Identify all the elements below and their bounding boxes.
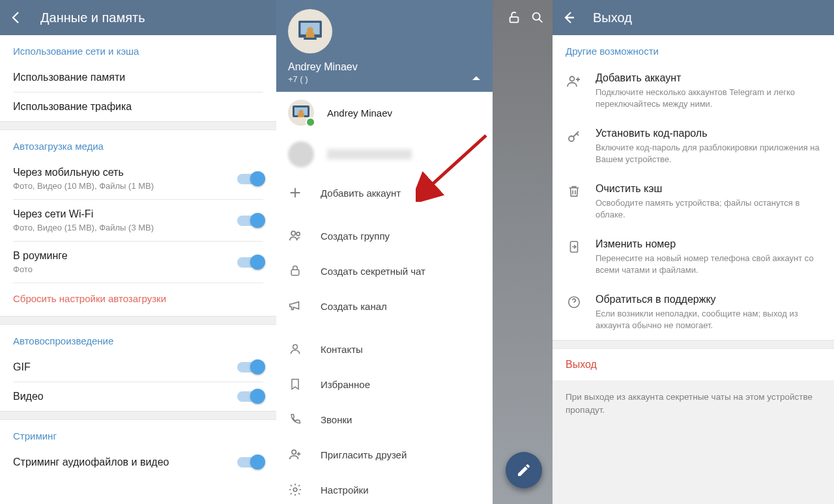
megaphone-icon	[288, 299, 302, 313]
menu-contacts[interactable]: Контакты	[276, 331, 493, 367]
person-plus-icon	[288, 447, 302, 462]
drawer-header[interactable]: Andrey Minaev +7 ( )	[276, 0, 493, 92]
lock-icon	[288, 264, 302, 278]
avatar[interactable]	[288, 9, 332, 53]
person-plus-icon	[566, 72, 582, 109]
menu-saved[interactable]: Избранное	[276, 367, 493, 402]
opt-passcode[interactable]: Установить код-парольВключите код-пароль…	[553, 119, 834, 174]
toggle-wifi[interactable]	[237, 216, 263, 226]
svg-point-18	[570, 77, 575, 81]
opt-clear-cache[interactable]: Очистить кэшОсвободите память устройства…	[553, 174, 834, 229]
section-streaming: Стриминг	[0, 420, 276, 448]
person-icon	[288, 342, 302, 356]
drawer-username: Andrey Minaev	[288, 61, 481, 73]
navigation-drawer: Andrey Minaev +7 ( ) Andrey Minaev Добав…	[276, 0, 493, 504]
avatar-icon	[288, 100, 314, 126]
svg-rect-4	[306, 33, 315, 38]
svg-rect-16	[510, 17, 519, 22]
opt-support[interactable]: Обратиться в поддержкуЕсли возникли непо…	[553, 285, 834, 340]
row-mobile-data[interactable]: Через мобильную сетьФото, Видео (10 MB),…	[0, 158, 276, 199]
gear-icon	[288, 483, 302, 497]
logout-button[interactable]: Выход	[553, 349, 834, 380]
toggle-roaming[interactable]	[237, 257, 263, 268]
reset-autodownload[interactable]: Сбросить настройки автозагрузки	[0, 283, 276, 316]
sim-swap-icon	[566, 238, 582, 275]
page-title: Данные и память	[40, 10, 145, 25]
menu-add-account[interactable]: Добавить аккаунт	[276, 175, 493, 210]
menu-calls[interactable]: Звонки	[276, 402, 493, 437]
screen-drawer: Andrey Minaev +7 ( ) Andrey Minaev Добав…	[276, 0, 553, 504]
avatar-icon	[288, 141, 314, 167]
page-title: Выход	[593, 10, 632, 25]
svg-rect-2	[304, 38, 317, 40]
section-other-options: Другие возможности	[553, 35, 834, 63]
row-streaming[interactable]: Стриминг аудиофайлов и видео	[0, 448, 276, 477]
question-icon	[566, 294, 582, 331]
menu-new-channel[interactable]: Создать канал	[276, 288, 493, 324]
phone-icon	[288, 412, 302, 427]
topbar: Выход	[553, 0, 834, 35]
bookmark-icon	[288, 377, 302, 391]
row-gif[interactable]: GIF	[0, 353, 276, 382]
online-badge-icon	[306, 117, 315, 127]
svg-point-9	[291, 231, 295, 235]
chevron-up-icon[interactable]	[472, 75, 481, 81]
drawer-phone: +7 ( )	[288, 74, 481, 84]
logout-note: При выходе из аккаунта секретные чаты на…	[553, 380, 834, 504]
fab-new-message[interactable]	[506, 452, 542, 488]
screen-data-storage: Данные и память Использование сети и кэш…	[0, 0, 276, 504]
menu-invite[interactable]: Пригласить друзей	[276, 437, 493, 472]
section-usage: Использование сети и кэша	[0, 35, 276, 63]
svg-point-13	[292, 450, 296, 454]
group-icon	[288, 229, 302, 243]
row-wifi[interactable]: Через сети Wi-FiФото, Видео (15 MB), Фай…	[0, 200, 276, 241]
svg-point-19	[569, 136, 574, 141]
account-name: Andrey Minaev	[327, 107, 392, 119]
section-autoplay: Автовоспроизведение	[0, 325, 276, 353]
svg-point-14	[293, 488, 297, 492]
background-chat-list	[493, 0, 553, 504]
row-roaming[interactable]: В роумингеФото	[0, 242, 276, 283]
screen-logout: Выход Другие возможности Добавить аккаун…	[553, 0, 834, 504]
svg-point-12	[293, 344, 298, 349]
search-icon[interactable]	[530, 10, 545, 25]
row-video[interactable]: Видео	[0, 382, 276, 411]
account-current[interactable]: Andrey Minaev	[276, 92, 493, 133]
topbar: Данные и память	[0, 0, 276, 35]
row-data-usage[interactable]: Использование трафика	[0, 92, 276, 121]
svg-rect-11	[291, 270, 299, 275]
opt-add-account[interactable]: Добавить аккаунтПодключите несколько акк…	[553, 63, 834, 119]
svg-point-10	[296, 232, 300, 236]
unlock-icon[interactable]	[507, 10, 521, 25]
plus-icon	[288, 186, 302, 200]
section-autodownload: Автозагрузка медиа	[0, 130, 276, 158]
back-arrow-icon[interactable]	[560, 9, 577, 26]
svg-rect-8	[298, 113, 304, 117]
account-name-redacted	[327, 149, 412, 160]
toggle-video[interactable]	[237, 391, 263, 402]
menu-new-group[interactable]: Создать группу	[276, 218, 493, 253]
svg-point-17	[533, 13, 540, 20]
account-second[interactable]	[276, 133, 493, 175]
trash-icon	[566, 183, 582, 220]
toggle-streaming[interactable]	[237, 457, 263, 468]
opt-change-number[interactable]: Изменить номерПеренесите на новый номер …	[553, 229, 834, 285]
toggle-gif[interactable]	[237, 362, 263, 372]
menu-secret-chat[interactable]: Создать секретный чат	[276, 253, 493, 288]
key-icon	[566, 128, 582, 165]
toggle-mobile[interactable]	[237, 174, 263, 184]
menu-settings[interactable]: Настройки	[276, 472, 493, 504]
back-arrow-icon[interactable]	[8, 9, 25, 26]
row-storage-usage[interactable]: Использование памяти	[0, 63, 276, 92]
